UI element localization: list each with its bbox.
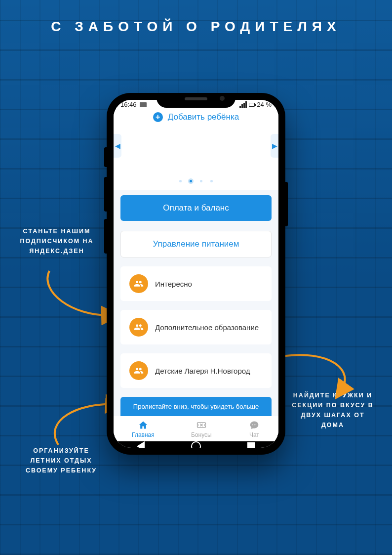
carousel-prev[interactable]: ◀	[114, 134, 121, 158]
nav-back[interactable]	[137, 441, 145, 448]
status-time: 16:46	[120, 101, 137, 108]
tab-label: Главная	[132, 431, 155, 438]
tab-label: Бонусы	[191, 431, 212, 438]
page-headline: С ЗАБОТОЙ О РОДИТЕЛЯХ	[0, 19, 392, 35]
menu-item-label: Интересно	[155, 280, 192, 288]
svg-point-2	[255, 425, 256, 426]
menu-item-interesting[interactable]: Интересно	[120, 266, 272, 301]
signal-icon	[239, 101, 247, 108]
menu-item-label: Дополнительное образование	[155, 323, 259, 332]
bottom-tabbar: Главная Бонусы Чат	[114, 416, 278, 441]
tab-chat[interactable]: Чат	[248, 420, 260, 438]
add-child-label: Добавить ребёнка	[168, 112, 239, 122]
callout-subscribe: СТАНЬТЕ НАШИМ ПОДПИСЧИКОМ НА ЯНДЕКС.ДЗЕН	[15, 226, 99, 256]
android-nav-bar	[114, 441, 278, 448]
arrow-callout-1	[42, 267, 116, 326]
chat-icon	[248, 420, 260, 430]
arrow-callout-3	[276, 351, 355, 395]
payment-balance-button[interactable]: Оплата и баланс	[120, 195, 272, 221]
menu-item-label: Детские Лагеря Н.Новгород	[155, 367, 250, 375]
menu-item-extra-education[interactable]: Дополнительное образование	[120, 310, 272, 344]
phone-mockup: 16:46 24 % + Добавить ребёнка ◀ ▶	[107, 93, 285, 455]
svg-point-0	[252, 425, 253, 426]
home-icon	[137, 420, 149, 430]
people-icon	[129, 361, 148, 380]
add-child-button[interactable]: + Добавить ребёнка	[153, 112, 239, 122]
nav-home[interactable]	[191, 441, 201, 448]
tab-home[interactable]: Главная	[132, 420, 155, 438]
people-icon	[129, 274, 148, 293]
svg-point-1	[254, 425, 255, 426]
status-app-icon	[140, 102, 147, 107]
nav-recent[interactable]	[247, 442, 255, 448]
people-icon	[129, 318, 148, 337]
carousel-next[interactable]: ▶	[271, 134, 278, 158]
menu-item-camps[interactable]: Детские Лагеря Н.Новгород	[120, 353, 272, 388]
scroll-hint: Пролистайте вниз, чтобы увидеть больше	[120, 397, 272, 416]
plus-icon: +	[153, 112, 163, 122]
tab-label: Чат	[249, 431, 259, 438]
battery-icon	[249, 103, 255, 107]
carousel-dots	[114, 172, 278, 190]
nutrition-button[interactable]: Управление питанием	[120, 231, 272, 257]
ticket-icon	[196, 420, 207, 430]
callout-clubs: НАЙДИТЕ КРУЖКИ И СЕКЦИИ ПО ВКУСУ В ДВУХ …	[288, 390, 377, 430]
status-battery-pct: 24 %	[257, 101, 272, 108]
child-carousel[interactable]: ◀ ▶	[114, 128, 278, 172]
tab-bonus[interactable]: Бонусы	[191, 420, 212, 438]
callout-camps: ОРГАНИЗУЙТЕ ЛЕТНИХ ОТДЫХ СВОЕМУ РЕБЕНКУ	[17, 446, 106, 475]
